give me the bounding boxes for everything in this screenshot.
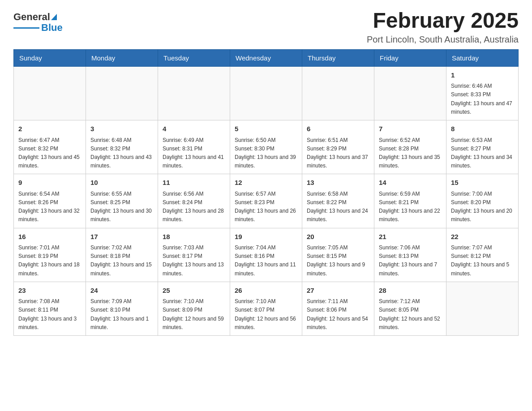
day-number: 9 bbox=[18, 178, 81, 188]
day-info: Sunrise: 6:48 AM Sunset: 8:32 PM Dayligh… bbox=[90, 136, 153, 171]
day-number: 25 bbox=[163, 286, 225, 296]
calendar-header-wednesday: Wednesday bbox=[230, 49, 302, 66]
day-number: 16 bbox=[18, 232, 81, 242]
day-info: Sunrise: 6:55 AM Sunset: 8:25 PM Dayligh… bbox=[90, 190, 153, 224]
day-number: 3 bbox=[90, 124, 153, 134]
calendar-cell: 20Sunrise: 7:05 AM Sunset: 8:15 PM Dayli… bbox=[302, 228, 374, 282]
day-info: Sunrise: 7:04 AM Sunset: 8:16 PM Dayligh… bbox=[235, 244, 297, 278]
day-number: 19 bbox=[235, 232, 297, 242]
calendar-cell bbox=[158, 66, 230, 120]
day-info: Sunrise: 7:01 AM Sunset: 8:19 PM Dayligh… bbox=[18, 244, 81, 278]
calendar-cell: 8Sunrise: 6:53 AM Sunset: 8:27 PM Daylig… bbox=[446, 120, 519, 174]
day-info: Sunrise: 7:12 AM Sunset: 8:05 PM Dayligh… bbox=[379, 297, 442, 332]
calendar-cell: 10Sunrise: 6:55 AM Sunset: 8:25 PM Dayli… bbox=[86, 174, 158, 228]
calendar-header-monday: Monday bbox=[86, 49, 158, 66]
day-info: Sunrise: 7:03 AM Sunset: 8:17 PM Dayligh… bbox=[163, 244, 225, 278]
calendar-cell: 4Sunrise: 6:49 AM Sunset: 8:31 PM Daylig… bbox=[158, 120, 230, 174]
day-info: Sunrise: 7:11 AM Sunset: 8:06 PM Dayligh… bbox=[307, 297, 369, 332]
calendar-header-sunday: Sunday bbox=[14, 49, 86, 66]
logo-general-text: General bbox=[13, 11, 50, 23]
day-info: Sunrise: 6:46 AM Sunset: 8:33 PM Dayligh… bbox=[451, 82, 514, 116]
calendar-header-row: SundayMondayTuesdayWednesdayThursdayFrid… bbox=[14, 49, 519, 66]
calendar-cell: 22Sunrise: 7:07 AM Sunset: 8:12 PM Dayli… bbox=[446, 228, 519, 282]
day-info: Sunrise: 7:08 AM Sunset: 8:11 PM Dayligh… bbox=[18, 297, 81, 332]
day-info: Sunrise: 7:07 AM Sunset: 8:12 PM Dayligh… bbox=[451, 244, 514, 278]
day-info: Sunrise: 7:09 AM Sunset: 8:10 PM Dayligh… bbox=[90, 297, 153, 332]
calendar-cell bbox=[14, 66, 86, 120]
day-info: Sunrise: 6:49 AM Sunset: 8:31 PM Dayligh… bbox=[163, 136, 225, 171]
calendar-cell: 25Sunrise: 7:10 AM Sunset: 8:09 PM Dayli… bbox=[158, 282, 230, 335]
calendar-header-tuesday: Tuesday bbox=[158, 49, 230, 66]
week-row-1: 1Sunrise: 6:46 AM Sunset: 8:33 PM Daylig… bbox=[14, 66, 519, 120]
day-number: 11 bbox=[163, 178, 225, 188]
day-number: 22 bbox=[451, 232, 514, 242]
calendar-cell bbox=[230, 66, 302, 120]
day-number: 28 bbox=[379, 286, 442, 296]
calendar-cell: 6Sunrise: 6:51 AM Sunset: 8:29 PM Daylig… bbox=[302, 120, 374, 174]
calendar-cell: 27Sunrise: 7:11 AM Sunset: 8:06 PM Dayli… bbox=[302, 282, 374, 335]
calendar-cell: 24Sunrise: 7:09 AM Sunset: 8:10 PM Dayli… bbox=[86, 282, 158, 335]
day-number: 20 bbox=[307, 232, 369, 242]
calendar-cell: 23Sunrise: 7:08 AM Sunset: 8:11 PM Dayli… bbox=[14, 282, 86, 335]
calendar-header-thursday: Thursday bbox=[302, 49, 374, 66]
logo: General Blue bbox=[13, 9, 63, 34]
day-number: 17 bbox=[90, 232, 153, 242]
week-row-3: 9Sunrise: 6:54 AM Sunset: 8:26 PM Daylig… bbox=[14, 174, 519, 228]
calendar-cell: 7Sunrise: 6:52 AM Sunset: 8:28 PM Daylig… bbox=[374, 120, 446, 174]
day-info: Sunrise: 6:59 AM Sunset: 8:21 PM Dayligh… bbox=[379, 190, 442, 224]
calendar-table: SundayMondayTuesdayWednesdayThursdayFrid… bbox=[13, 49, 519, 336]
day-info: Sunrise: 7:05 AM Sunset: 8:15 PM Dayligh… bbox=[307, 244, 369, 278]
day-info: Sunrise: 6:53 AM Sunset: 8:27 PM Dayligh… bbox=[451, 136, 514, 171]
calendar-cell bbox=[86, 66, 158, 120]
page-subtitle: Port Lincoln, South Australia, Australia bbox=[367, 34, 519, 45]
day-number: 5 bbox=[235, 124, 297, 134]
day-number: 23 bbox=[18, 286, 81, 296]
logo-blue-text: Blue bbox=[41, 22, 63, 34]
day-number: 27 bbox=[307, 286, 369, 296]
week-row-5: 23Sunrise: 7:08 AM Sunset: 8:11 PM Dayli… bbox=[14, 282, 519, 335]
day-number: 21 bbox=[379, 232, 442, 242]
title-area: February 2025 Port Lincoln, South Austra… bbox=[367, 9, 519, 45]
day-info: Sunrise: 7:00 AM Sunset: 8:20 PM Dayligh… bbox=[451, 190, 514, 224]
day-info: Sunrise: 6:54 AM Sunset: 8:26 PM Dayligh… bbox=[18, 190, 81, 224]
day-number: 7 bbox=[379, 124, 442, 134]
calendar-cell: 12Sunrise: 6:57 AM Sunset: 8:23 PM Dayli… bbox=[230, 174, 302, 228]
day-number: 2 bbox=[18, 124, 81, 134]
day-info: Sunrise: 7:10 AM Sunset: 8:07 PM Dayligh… bbox=[235, 297, 297, 332]
day-info: Sunrise: 6:50 AM Sunset: 8:30 PM Dayligh… bbox=[235, 136, 297, 171]
day-number: 18 bbox=[163, 232, 225, 242]
day-number: 14 bbox=[379, 178, 442, 188]
calendar-cell bbox=[302, 66, 374, 120]
day-info: Sunrise: 6:58 AM Sunset: 8:22 PM Dayligh… bbox=[307, 190, 369, 224]
page-title: February 2025 bbox=[367, 9, 519, 33]
calendar-cell: 5Sunrise: 6:50 AM Sunset: 8:30 PM Daylig… bbox=[230, 120, 302, 174]
day-number: 1 bbox=[451, 70, 514, 81]
calendar-cell: 9Sunrise: 6:54 AM Sunset: 8:26 PM Daylig… bbox=[14, 174, 86, 228]
day-info: Sunrise: 7:10 AM Sunset: 8:09 PM Dayligh… bbox=[163, 297, 225, 332]
calendar-header-friday: Friday bbox=[374, 49, 446, 66]
calendar-cell: 16Sunrise: 7:01 AM Sunset: 8:19 PM Dayli… bbox=[14, 228, 86, 282]
calendar-header-saturday: Saturday bbox=[446, 49, 519, 66]
calendar-cell: 14Sunrise: 6:59 AM Sunset: 8:21 PM Dayli… bbox=[374, 174, 446, 228]
calendar-cell: 18Sunrise: 7:03 AM Sunset: 8:17 PM Dayli… bbox=[158, 228, 230, 282]
calendar-cell: 3Sunrise: 6:48 AM Sunset: 8:32 PM Daylig… bbox=[86, 120, 158, 174]
calendar-cell: 21Sunrise: 7:06 AM Sunset: 8:13 PM Dayli… bbox=[374, 228, 446, 282]
day-number: 15 bbox=[451, 178, 514, 188]
calendar-cell bbox=[374, 66, 446, 120]
day-info: Sunrise: 6:52 AM Sunset: 8:28 PM Dayligh… bbox=[379, 136, 442, 171]
calendar-cell: 26Sunrise: 7:10 AM Sunset: 8:07 PM Dayli… bbox=[230, 282, 302, 335]
day-info: Sunrise: 7:02 AM Sunset: 8:18 PM Dayligh… bbox=[90, 244, 153, 278]
day-number: 6 bbox=[307, 124, 369, 134]
day-number: 4 bbox=[163, 124, 225, 134]
calendar-cell: 1Sunrise: 6:46 AM Sunset: 8:33 PM Daylig… bbox=[446, 66, 519, 120]
page-header: General Blue February 2025 Port Lincoln,… bbox=[13, 9, 519, 45]
day-number: 24 bbox=[90, 286, 153, 296]
calendar-cell: 15Sunrise: 7:00 AM Sunset: 8:20 PM Dayli… bbox=[446, 174, 519, 228]
calendar-cell: 13Sunrise: 6:58 AM Sunset: 8:22 PM Dayli… bbox=[302, 174, 374, 228]
week-row-2: 2Sunrise: 6:47 AM Sunset: 8:32 PM Daylig… bbox=[14, 120, 519, 174]
day-info: Sunrise: 6:56 AM Sunset: 8:24 PM Dayligh… bbox=[163, 190, 225, 224]
day-info: Sunrise: 6:47 AM Sunset: 8:32 PM Dayligh… bbox=[18, 136, 81, 171]
calendar-cell: 17Sunrise: 7:02 AM Sunset: 8:18 PM Dayli… bbox=[86, 228, 158, 282]
day-info: Sunrise: 6:51 AM Sunset: 8:29 PM Dayligh… bbox=[307, 136, 369, 171]
calendar-cell bbox=[446, 282, 519, 335]
